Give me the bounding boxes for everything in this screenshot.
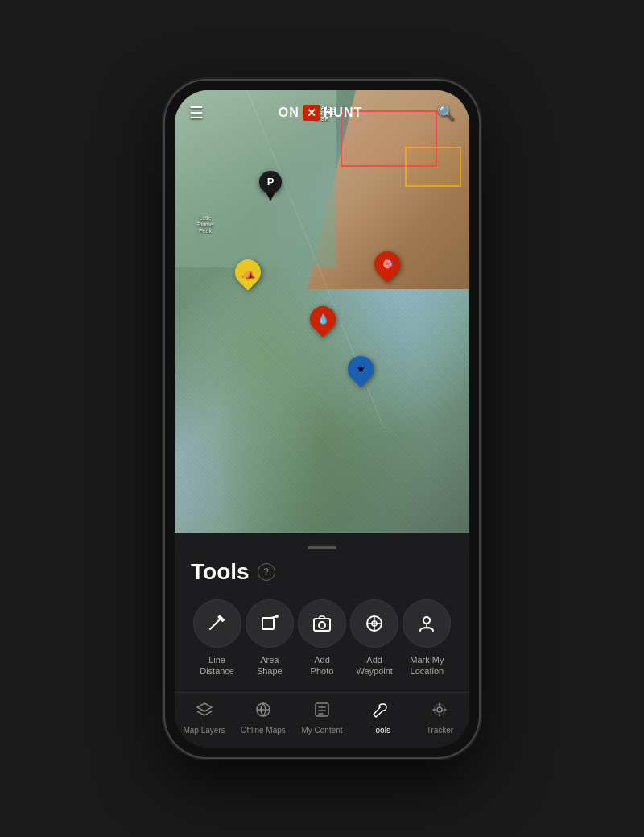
map-layers-icon <box>196 701 213 723</box>
svg-point-8 <box>423 617 430 624</box>
tool-circle-location <box>402 599 451 648</box>
boundary-rect-secondary <box>405 147 461 187</box>
nav-item-tracker[interactable]: Tracker <box>411 701 469 735</box>
tool-label-line: LineDistance <box>200 654 234 677</box>
tool-circle-line <box>193 599 242 648</box>
add-photo-icon <box>312 613 332 634</box>
tool-label-area: AreaShape <box>257 654 283 677</box>
tool-label-location: Mark MyLocation <box>410 654 444 677</box>
sheet-drag-handle[interactable] <box>191 546 453 549</box>
map-area[interactable]: ☰ ON ✕ HUNT 🔍 MATAISZ RICHARD A SR Littl… <box>175 90 469 533</box>
logo-on: ON <box>279 106 299 120</box>
tool-circle-waypoint <box>350 599 398 648</box>
my-content-icon <box>313 701 331 723</box>
pin-deer[interactable]: 🎯 <box>374 251 403 285</box>
logo-x: ✕ <box>303 105 320 121</box>
svg-point-5 <box>319 622 325 628</box>
area-shape-icon <box>259 613 280 634</box>
handle-bar <box>308 546 336 549</box>
camp-pin-body: ⛺ <box>235 259 264 293</box>
deer-pin-icon: 🎯 <box>382 259 394 270</box>
water-pin-body: 💧 <box>310 306 339 340</box>
tools-nav-icon <box>372 701 390 723</box>
nav-label-my-content: My Content <box>301 726 342 735</box>
tool-add-waypoint[interactable]: AddWaypoint <box>350 599 398 677</box>
nav-item-tools[interactable]: Tools <box>352 701 411 735</box>
app-logo: ON ✕ HUNT <box>279 105 362 121</box>
offline-maps-icon <box>254 701 272 723</box>
svg-point-12 <box>437 707 442 712</box>
pin-parking[interactable]: P <box>259 171 282 201</box>
water-pin-icon: 💧 <box>317 313 329 325</box>
tools-section: Tools ? LineDistance <box>175 533 469 692</box>
help-badge[interactable]: ? <box>258 563 275 581</box>
deer-pin-body: 🎯 <box>374 251 403 285</box>
phone-device: ☰ ON ✕ HUNT 🔍 MATAISZ RICHARD A SR Littl… <box>165 81 479 757</box>
tool-circle-area <box>246 599 294 648</box>
camp-pin-icon: ⛺ <box>242 266 255 279</box>
tool-label-photo: AddPhoto <box>311 654 334 677</box>
nav-label-map-layers: Map Layers <box>183 726 225 735</box>
svg-point-3 <box>275 615 279 618</box>
nav-label-tools: Tools <box>372 726 390 735</box>
nav-item-map-layers[interactable]: Map Layers <box>175 701 233 735</box>
pin-water[interactable]: 💧 <box>310 306 339 340</box>
search-icon[interactable]: 🔍 <box>437 104 455 122</box>
tool-line-distance[interactable]: LineDistance <box>193 599 242 677</box>
map-header: ☰ ON ✕ HUNT 🔍 <box>175 90 469 135</box>
menu-icon[interactable]: ☰ <box>189 103 204 122</box>
bird-pin-icon: ★ <box>357 363 365 375</box>
parking-pin-body: P <box>259 171 282 193</box>
place-label: Little Plume Peak <box>197 215 213 235</box>
line-distance-icon <box>207 613 228 634</box>
tools-title: Tools <box>191 559 250 585</box>
tracker-icon <box>431 701 448 723</box>
pin-bird[interactable]: ★ <box>348 356 377 390</box>
tool-circle-photo <box>298 599 346 648</box>
mark-location-icon <box>416 613 437 634</box>
tools-header: Tools ? <box>191 559 453 585</box>
pin-camp[interactable]: ⛺ <box>235 259 264 293</box>
tools-grid: LineDistance AreaShape <box>191 599 453 684</box>
bottom-nav: Map Layers Offline Maps <box>175 692 469 748</box>
nav-item-my-content[interactable]: My Content <box>292 701 351 735</box>
nav-label-offline-maps: Offline Maps <box>241 726 286 735</box>
tool-mark-location[interactable]: Mark MyLocation <box>402 599 451 677</box>
logo-hunt: HUNT <box>324 106 362 120</box>
nav-label-tracker: Tracker <box>427 726 454 735</box>
svg-rect-2 <box>262 618 274 629</box>
parking-pin-tail <box>266 193 275 201</box>
tool-area-shape[interactable]: AreaShape <box>246 599 294 677</box>
add-waypoint-icon <box>364 613 385 634</box>
bird-pin-body: ★ <box>348 356 377 390</box>
phone-screen: ☰ ON ✕ HUNT 🔍 MATAISZ RICHARD A SR Littl… <box>175 90 469 748</box>
tool-label-waypoint: AddWaypoint <box>356 654 392 677</box>
nav-item-offline-maps[interactable]: Offline Maps <box>233 701 292 735</box>
bottom-sheet: Tools ? LineDistance <box>175 533 469 748</box>
tool-add-photo[interactable]: AddPhoto <box>298 599 346 677</box>
